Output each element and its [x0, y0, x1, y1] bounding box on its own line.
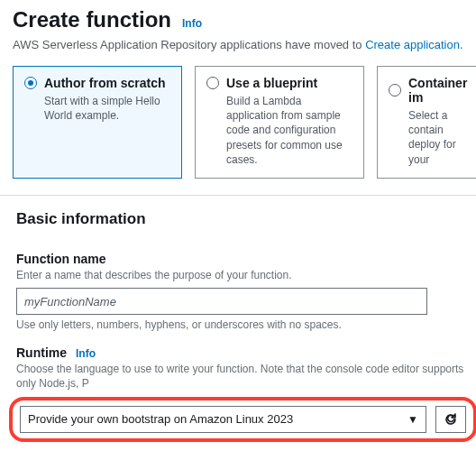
basic-information-panel: Basic information Function name Enter a … [0, 195, 476, 451]
runtime-info-link[interactable]: Info [76, 347, 96, 360]
radio-icon [206, 77, 219, 89]
basic-information-heading: Basic information [16, 210, 470, 228]
banner-suffix: . [460, 38, 463, 51]
card-desc: Start with a simple Hello World example. [24, 94, 170, 123]
function-name-input[interactable] [16, 288, 427, 315]
card-container-image[interactable]: Container im Select a contain deploy for… [377, 66, 476, 179]
banner-text: AWS Serverless Application Repository ap… [13, 38, 365, 51]
card-desc: Select a contain deploy for your [389, 108, 473, 167]
function-name-constraint: Use only letters, numbers, hyphens, or u… [16, 318, 470, 331]
card-title: Author from scratch [44, 76, 166, 90]
page-title: Create function [13, 7, 171, 32]
runtime-hint: Choose the language to use to write your… [16, 362, 470, 391]
chevron-down-icon: ▼ [407, 413, 418, 426]
create-application-link[interactable]: Create application [365, 38, 460, 51]
card-title: Container im [408, 76, 473, 105]
runtime-label: Runtime [16, 345, 67, 360]
repository-moved-banner: AWS Serverless Application Repository ap… [13, 38, 463, 51]
runtime-selected-value: Provide your own bootstrap on Amazon Lin… [28, 412, 293, 426]
card-use-blueprint[interactable]: Use a blueprint Build a Lambda applicati… [195, 66, 364, 179]
radio-icon [389, 84, 401, 97]
card-author-from-scratch[interactable]: Author from scratch Start with a simple … [13, 66, 182, 179]
function-name-field: Function name Enter a name that describe… [16, 252, 470, 331]
runtime-highlight: Provide your own bootstrap on Amazon Lin… [9, 397, 476, 442]
refresh-icon [444, 412, 458, 427]
card-desc: Build a Lambda application from sample c… [206, 94, 352, 167]
creation-method-cards: Author from scratch Start with a simple … [13, 66, 463, 179]
runtime-select[interactable]: Provide your own bootstrap on Amazon Lin… [20, 406, 426, 433]
runtime-refresh-button[interactable] [435, 406, 466, 433]
runtime-field: Runtime Info Choose the language to use … [16, 345, 470, 441]
function-name-label: Function name [16, 252, 106, 266]
function-name-hint: Enter a name that describes the purpose … [16, 268, 470, 282]
radio-icon [24, 77, 37, 89]
card-title: Use a blueprint [226, 76, 317, 90]
create-function-info-link[interactable]: Info [182, 17, 202, 30]
